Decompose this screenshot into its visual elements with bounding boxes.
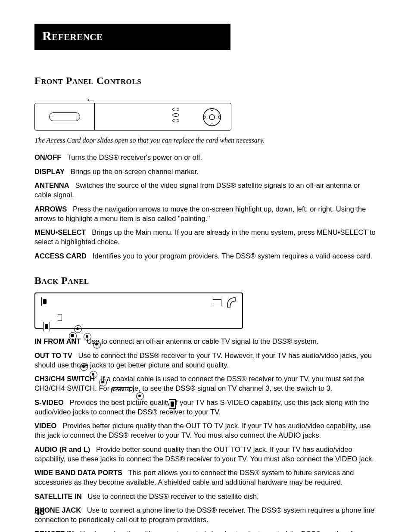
item-label: WIDE BAND DATA PORTS bbox=[34, 469, 122, 476]
item-text: Provides better picture quality than the… bbox=[34, 422, 371, 439]
item-label: CH3/CH4 SWITCH bbox=[34, 375, 95, 383]
wide-band-icon bbox=[111, 387, 134, 393]
item-text: Press the navigation arrows to move the … bbox=[34, 205, 366, 222]
port-rect-icon bbox=[213, 299, 221, 306]
page-number: 48 bbox=[34, 504, 45, 518]
item-label: REMOTE IN bbox=[34, 530, 74, 532]
svg-point-1 bbox=[209, 115, 215, 120]
out-to-tv-icon bbox=[43, 322, 50, 331]
item-text: Provides the best picture quality. If yo… bbox=[34, 398, 369, 416]
front-item: ANTENNA Switches the source of the video… bbox=[34, 180, 377, 200]
front-item: DISPLAY Brings up the on-screen channel … bbox=[34, 167, 377, 176]
item-label: MENU•SELECT bbox=[34, 228, 86, 236]
item-text: Identifies you to your program providers… bbox=[93, 252, 372, 260]
item-text: Use to connect the DSS® receiver to the … bbox=[87, 492, 258, 500]
front-panel-heading: Front Panel Controls bbox=[34, 74, 377, 87]
front-item: MENU•SELECT Brings up the Main menu. If … bbox=[34, 227, 377, 247]
card-slot-icon bbox=[49, 112, 80, 121]
back-item: CH3/CH4 SWITCH If a coaxial cable is use… bbox=[34, 374, 377, 393]
item-text: Use to connect an off-air antenna or cab… bbox=[87, 337, 318, 345]
item-label: VIDEO bbox=[34, 422, 56, 429]
item-label: DISPLAY bbox=[34, 168, 65, 175]
item-label: S-VIDEO bbox=[34, 398, 64, 406]
remote-in-icon bbox=[169, 399, 176, 409]
svg-point-0 bbox=[203, 109, 221, 126]
led-icon bbox=[172, 119, 179, 122]
led-icon bbox=[172, 108, 179, 111]
item-text: Use in conjunction with a remote control… bbox=[34, 530, 364, 532]
item-label: SATELLITE IN bbox=[34, 492, 82, 500]
item-label: OUT TO TV bbox=[34, 352, 72, 359]
front-panel-box bbox=[34, 103, 231, 131]
front-item: ON/OFF Turns the DSS® receiver's power o… bbox=[34, 152, 377, 162]
led-stack bbox=[172, 108, 179, 124]
item-text: Brings up the Main menu. If you are alre… bbox=[34, 228, 376, 246]
front-item: ACCESS CARD Identifies you to your progr… bbox=[34, 251, 377, 261]
back-item: AUDIO (R and L) Provide better sound qua… bbox=[34, 445, 377, 464]
rca-icon bbox=[74, 325, 82, 333]
back-item: SATELLITE IN Use to connect the DSS® rec… bbox=[34, 492, 377, 501]
dpad-icon bbox=[202, 107, 222, 128]
item-label: ON/OFF bbox=[34, 153, 61, 161]
item-label: AUDIO (R and L) bbox=[34, 445, 90, 453]
back-item: VIDEO Provides better picture quality th… bbox=[34, 421, 377, 440]
item-label: ARROWS bbox=[34, 205, 67, 213]
item-text: Use to connect a phone line to the DSS® … bbox=[34, 506, 374, 523]
arrow-left-icon: ← bbox=[85, 93, 96, 106]
item-label: ACCESS CARD bbox=[34, 252, 87, 260]
led-icon bbox=[172, 113, 179, 117]
access-card-slot bbox=[35, 103, 95, 130]
front-item: ARROWS Press the navigation arrows to mo… bbox=[34, 204, 377, 224]
rca-icon bbox=[93, 341, 101, 348]
item-text: Turns the DSS® receiver's power on or of… bbox=[67, 153, 202, 161]
back-panel-heading: Back Panel bbox=[34, 274, 377, 287]
satellite-in-icon bbox=[226, 296, 237, 309]
item-label: ANTENNA bbox=[34, 181, 69, 189]
front-panel-caption: The Access Card door slides open so that… bbox=[34, 136, 377, 145]
back-item: WIDE BAND DATA PORTS This port allows yo… bbox=[34, 468, 377, 487]
back-item: PHONE JACK Use to connect a phone line t… bbox=[34, 505, 377, 525]
back-item: REMOTE IN Use in conjunction with a remo… bbox=[34, 529, 377, 532]
rca-icon bbox=[80, 363, 88, 371]
phone-jack-icon bbox=[58, 314, 62, 321]
item-text: Switches the source of the video signal … bbox=[34, 181, 360, 199]
page-title-banner: Reference bbox=[34, 24, 230, 50]
in-from-ant-icon bbox=[41, 297, 48, 306]
front-panel-diagram: ← bbox=[34, 92, 377, 131]
back-panel-diagram bbox=[34, 292, 243, 329]
item-text: Brings up the on-screen channel marker. bbox=[71, 168, 199, 175]
back-item: S-VIDEO Provides the best picture qualit… bbox=[34, 398, 377, 417]
